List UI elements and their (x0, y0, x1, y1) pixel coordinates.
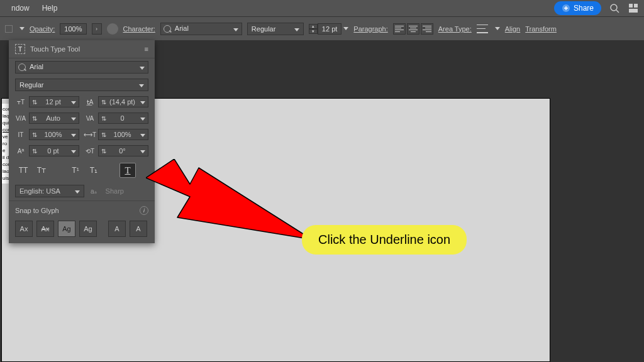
panel-menu-icon[interactable]: ≡ (145, 45, 148, 53)
opacity-more-icon[interactable]: › (92, 23, 102, 35)
rotation-icon: ⟲T (84, 146, 96, 156)
glyph-snap-group: Ax Ax Ag Ag A A (9, 217, 155, 243)
glyph-btn-5[interactable]: A (108, 221, 126, 237)
snap-to-glyph-label: Snap to Glyph (15, 207, 59, 214)
panel-style-select[interactable]: Regular (15, 79, 148, 91)
callout-arrow-icon (146, 159, 316, 253)
leading-icon: t͟A (84, 97, 96, 107)
recolor-icon[interactable] (107, 23, 118, 35)
glyph-btn-6[interactable]: A (130, 221, 147, 237)
all-caps-button[interactable]: TT (15, 163, 31, 178)
panel-size-input[interactable]: ⇅12 pt (29, 96, 79, 107)
panel-leading-input[interactable]: ⇅(14,4 pt) (98, 96, 148, 107)
paragraph-label: Paragraph: (353, 25, 387, 33)
antialias-label: aₐ (91, 188, 97, 195)
size-icon: ᴛT (15, 97, 26, 107)
panel-kerning-input[interactable]: ⇅Auto (29, 112, 79, 124)
cloud-plus-icon (562, 4, 570, 13)
panel-font-input[interactable]: Arial (15, 61, 148, 74)
tracking-icon: VA (84, 113, 96, 123)
align-left-button[interactable] (393, 23, 406, 35)
share-button[interactable]: Share (554, 1, 601, 15)
underline-button[interactable]: T (119, 163, 136, 178)
control-bar: Opacity: 100% › Character: Arial Regular… (0, 16, 644, 40)
menubar: ndow Help Share (0, 0, 644, 16)
glyph-btn-2[interactable]: Ax (36, 221, 54, 237)
glyph-btn-1[interactable]: Ax (15, 221, 33, 237)
transform-panel-label[interactable]: Transform (525, 25, 557, 33)
fill-dropdown[interactable] (18, 25, 25, 33)
touch-type-label[interactable]: Touch Type Tool (30, 45, 80, 53)
svg-rect-3 (629, 4, 633, 8)
opacity-label: Opacity: (30, 25, 55, 33)
instruction-callout: Click the Underline icon (302, 225, 467, 255)
glyph-btn-3[interactable]: Ag (58, 221, 75, 237)
search-icon[interactable] (609, 3, 620, 14)
align-panel-label[interactable]: Align (505, 25, 520, 33)
svg-rect-4 (634, 4, 638, 8)
character-panel: T Touch Type Tool ≡ Arial Regular ᴛT ⇅12… (9, 40, 155, 243)
opacity-value[interactable]: 100% (60, 23, 86, 35)
paragraph-align-group (393, 23, 433, 35)
font-family-input[interactable]: Arial (160, 23, 242, 35)
panel-hscale-input[interactable]: ⇅100% (98, 129, 148, 140)
touch-type-icon: T (15, 44, 25, 54)
panel-rotation-input[interactable]: ⇅0° (98, 145, 148, 156)
area-type-label: Area Type: (438, 25, 472, 33)
vscale-icon: IT (15, 129, 26, 140)
panel-tracking-input[interactable]: ⇅0 (98, 112, 148, 124)
panel-vscale-input[interactable]: ⇅100% (29, 129, 79, 140)
superscript-button[interactable]: T¹ (67, 163, 84, 178)
glyph-btn-4[interactable]: Ag (79, 221, 97, 237)
font-style-select[interactable]: Regular (247, 23, 304, 35)
font-size-stepper[interactable]: ▴▾ 12 pt (309, 23, 348, 35)
svg-rect-5 (629, 9, 638, 13)
svg-line-2 (616, 10, 619, 13)
arrange-icon[interactable] (628, 3, 639, 14)
area-type-icon[interactable] (477, 25, 488, 33)
fill-swatch[interactable] (5, 25, 13, 33)
kerning-icon: V/A (15, 113, 26, 123)
character-label[interactable]: Character: (123, 25, 155, 33)
area-type-dropdown[interactable] (493, 25, 500, 33)
antialias-value[interactable]: Sharp (103, 186, 126, 196)
hscale-icon: ⟷T (84, 129, 96, 140)
language-select[interactable]: English: USA (15, 185, 84, 197)
subscript-button[interactable]: T₁ (86, 163, 102, 178)
align-center-button[interactable] (407, 23, 419, 35)
svg-point-1 (611, 4, 617, 11)
small-caps-button[interactable]: Tᴛ (33, 163, 50, 178)
baseline-icon: Aª (15, 146, 26, 156)
panel-baseline-input[interactable]: ⇅0 pt (29, 145, 79, 156)
menu-window[interactable]: ndow (5, 4, 36, 13)
menu-help[interactable]: Help (36, 4, 64, 13)
align-right-button[interactable] (421, 23, 433, 35)
